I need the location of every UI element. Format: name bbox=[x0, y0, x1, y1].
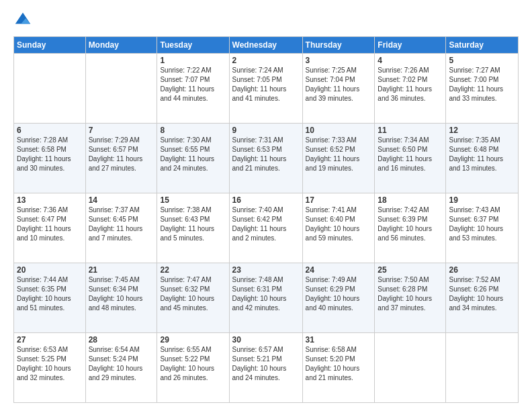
calendar-cell: 26Sunrise: 7:52 AMSunset: 6:26 PMDayligh… bbox=[446, 263, 519, 333]
col-header-sunday: Sunday bbox=[14, 37, 86, 54]
calendar-cell: 23Sunrise: 7:48 AMSunset: 6:31 PMDayligh… bbox=[229, 263, 302, 333]
day-number: 1 bbox=[160, 56, 226, 65]
calendar-cell: 31Sunrise: 6:58 AMSunset: 5:20 PMDayligh… bbox=[302, 333, 375, 403]
cell-content: Sunrise: 6:58 AMSunset: 5:20 PMDaylight:… bbox=[306, 345, 372, 383]
calendar-cell: 15Sunrise: 7:38 AMSunset: 6:43 PMDayligh… bbox=[157, 193, 229, 263]
calendar-cell: 13Sunrise: 7:36 AMSunset: 6:47 PMDayligh… bbox=[14, 193, 86, 263]
cell-content: Sunrise: 7:52 AMSunset: 6:26 PMDaylight:… bbox=[449, 275, 515, 313]
calendar-cell: 8Sunrise: 7:30 AMSunset: 6:55 PMDaylight… bbox=[157, 124, 229, 193]
col-header-wednesday: Wednesday bbox=[229, 37, 302, 54]
calendar-cell: 12Sunrise: 7:35 AMSunset: 6:48 PMDayligh… bbox=[446, 124, 519, 193]
calendar-cell: 9Sunrise: 7:31 AMSunset: 6:53 PMDaylight… bbox=[229, 124, 302, 193]
calendar-table: SundayMondayTuesdayWednesdayThursdayFrid… bbox=[13, 36, 519, 403]
col-header-friday: Friday bbox=[375, 37, 446, 54]
day-number: 20 bbox=[17, 265, 83, 275]
day-number: 15 bbox=[160, 195, 226, 205]
week-row-0: 1Sunrise: 7:22 AMSunset: 7:07 PMDaylight… bbox=[14, 54, 519, 124]
day-number: 16 bbox=[232, 195, 300, 205]
week-row-1: 6Sunrise: 7:28 AMSunset: 6:58 PMDaylight… bbox=[14, 124, 519, 193]
day-number: 14 bbox=[89, 195, 154, 205]
day-number: 24 bbox=[306, 265, 372, 275]
col-header-tuesday: Tuesday bbox=[157, 37, 229, 54]
cell-content: Sunrise: 6:54 AMSunset: 5:24 PMDaylight:… bbox=[89, 345, 154, 383]
cell-content: Sunrise: 7:36 AMSunset: 6:47 PMDaylight:… bbox=[17, 205, 83, 243]
day-number: 9 bbox=[232, 126, 300, 135]
day-number: 8 bbox=[160, 126, 226, 135]
calendar-cell: 1Sunrise: 7:22 AMSunset: 7:07 PMDaylight… bbox=[157, 54, 229, 124]
calendar-cell: 7Sunrise: 7:29 AMSunset: 6:57 PMDaylight… bbox=[85, 124, 157, 193]
day-number: 25 bbox=[378, 265, 443, 275]
day-number: 5 bbox=[449, 56, 515, 65]
logo-icon bbox=[13, 11, 32, 30]
day-number: 2 bbox=[232, 56, 300, 65]
day-number: 21 bbox=[89, 265, 154, 275]
day-number: 7 bbox=[89, 126, 154, 135]
cell-content: Sunrise: 7:24 AMSunset: 7:05 PMDaylight:… bbox=[232, 66, 300, 103]
cell-content: Sunrise: 7:47 AMSunset: 6:32 PMDaylight:… bbox=[160, 275, 226, 313]
calendar-cell: 4Sunrise: 7:26 AMSunset: 7:02 PMDaylight… bbox=[375, 54, 446, 124]
cell-content: Sunrise: 7:48 AMSunset: 6:31 PMDaylight:… bbox=[232, 275, 300, 313]
calendar-cell: 21Sunrise: 7:45 AMSunset: 6:34 PMDayligh… bbox=[85, 263, 157, 333]
calendar-cell: 22Sunrise: 7:47 AMSunset: 6:32 PMDayligh… bbox=[157, 263, 229, 333]
cell-content: Sunrise: 7:25 AMSunset: 7:04 PMDaylight:… bbox=[306, 66, 372, 103]
cell-content: Sunrise: 7:41 AMSunset: 6:40 PMDaylight:… bbox=[306, 205, 372, 243]
cell-content: Sunrise: 7:22 AMSunset: 7:07 PMDaylight:… bbox=[160, 66, 226, 103]
week-row-3: 20Sunrise: 7:44 AMSunset: 6:35 PMDayligh… bbox=[14, 263, 519, 333]
calendar-cell: 11Sunrise: 7:34 AMSunset: 6:50 PMDayligh… bbox=[375, 124, 446, 193]
day-number: 29 bbox=[160, 335, 226, 345]
calendar-cell: 28Sunrise: 6:54 AMSunset: 5:24 PMDayligh… bbox=[85, 333, 157, 403]
cell-content: Sunrise: 7:26 AMSunset: 7:02 PMDaylight:… bbox=[378, 66, 443, 103]
cell-content: Sunrise: 7:34 AMSunset: 6:50 PMDaylight:… bbox=[378, 136, 443, 173]
cell-content: Sunrise: 7:45 AMSunset: 6:34 PMDaylight:… bbox=[89, 275, 154, 313]
cell-content: Sunrise: 7:27 AMSunset: 7:00 PMDaylight:… bbox=[449, 66, 515, 103]
col-header-saturday: Saturday bbox=[446, 37, 519, 54]
day-number: 31 bbox=[306, 335, 372, 345]
week-row-2: 13Sunrise: 7:36 AMSunset: 6:47 PMDayligh… bbox=[14, 193, 519, 263]
calendar-cell: 17Sunrise: 7:41 AMSunset: 6:40 PMDayligh… bbox=[302, 193, 375, 263]
day-number: 10 bbox=[306, 126, 372, 135]
calendar-cell: 10Sunrise: 7:33 AMSunset: 6:52 PMDayligh… bbox=[302, 124, 375, 193]
day-number: 17 bbox=[306, 195, 372, 205]
day-number: 26 bbox=[449, 265, 515, 275]
calendar-cell: 20Sunrise: 7:44 AMSunset: 6:35 PMDayligh… bbox=[14, 263, 86, 333]
cell-content: Sunrise: 7:35 AMSunset: 6:48 PMDaylight:… bbox=[449, 136, 515, 173]
logo bbox=[13, 11, 35, 30]
day-number: 23 bbox=[232, 265, 300, 275]
cell-content: Sunrise: 7:40 AMSunset: 6:42 PMDaylight:… bbox=[232, 205, 300, 243]
cell-content: Sunrise: 7:43 AMSunset: 6:37 PMDaylight:… bbox=[449, 205, 515, 243]
day-number: 19 bbox=[449, 195, 515, 205]
day-number: 27 bbox=[17, 335, 83, 345]
calendar-cell: 3Sunrise: 7:25 AMSunset: 7:04 PMDaylight… bbox=[302, 54, 375, 124]
calendar-cell: 16Sunrise: 7:40 AMSunset: 6:42 PMDayligh… bbox=[229, 193, 302, 263]
calendar-cell: 25Sunrise: 7:50 AMSunset: 6:28 PMDayligh… bbox=[375, 263, 446, 333]
cell-content: Sunrise: 7:30 AMSunset: 6:55 PMDaylight:… bbox=[160, 136, 226, 173]
cell-content: Sunrise: 7:37 AMSunset: 6:45 PMDaylight:… bbox=[89, 205, 154, 243]
calendar-cell bbox=[14, 54, 86, 124]
header-row: SundayMondayTuesdayWednesdayThursdayFrid… bbox=[14, 37, 519, 54]
day-number: 13 bbox=[17, 195, 83, 205]
cell-content: Sunrise: 7:33 AMSunset: 6:52 PMDaylight:… bbox=[306, 136, 372, 173]
calendar-cell: 18Sunrise: 7:42 AMSunset: 6:39 PMDayligh… bbox=[375, 193, 446, 263]
col-header-thursday: Thursday bbox=[302, 37, 375, 54]
calendar-cell: 19Sunrise: 7:43 AMSunset: 6:37 PMDayligh… bbox=[446, 193, 519, 263]
week-row-4: 27Sunrise: 6:53 AMSunset: 5:25 PMDayligh… bbox=[14, 333, 519, 403]
day-number: 30 bbox=[232, 335, 300, 345]
calendar-cell: 14Sunrise: 7:37 AMSunset: 6:45 PMDayligh… bbox=[85, 193, 157, 263]
col-header-monday: Monday bbox=[85, 37, 157, 54]
day-number: 28 bbox=[89, 335, 154, 345]
cell-content: Sunrise: 6:55 AMSunset: 5:22 PMDaylight:… bbox=[160, 345, 226, 383]
day-number: 4 bbox=[378, 56, 443, 65]
day-number: 18 bbox=[378, 195, 443, 205]
cell-content: Sunrise: 7:49 AMSunset: 6:29 PMDaylight:… bbox=[306, 275, 372, 313]
calendar-cell bbox=[446, 333, 519, 403]
calendar-cell: 5Sunrise: 7:27 AMSunset: 7:00 PMDaylight… bbox=[446, 54, 519, 124]
cell-content: Sunrise: 7:29 AMSunset: 6:57 PMDaylight:… bbox=[89, 136, 154, 173]
calendar-cell bbox=[375, 333, 446, 403]
cell-content: Sunrise: 6:57 AMSunset: 5:21 PMDaylight:… bbox=[232, 345, 300, 383]
cell-content: Sunrise: 7:28 AMSunset: 6:58 PMDaylight:… bbox=[17, 136, 83, 173]
day-number: 6 bbox=[17, 126, 83, 135]
calendar-cell: 30Sunrise: 6:57 AMSunset: 5:21 PMDayligh… bbox=[229, 333, 302, 403]
cell-content: Sunrise: 7:42 AMSunset: 6:39 PMDaylight:… bbox=[378, 205, 443, 243]
day-number: 11 bbox=[378, 126, 443, 135]
day-number: 22 bbox=[160, 265, 226, 275]
